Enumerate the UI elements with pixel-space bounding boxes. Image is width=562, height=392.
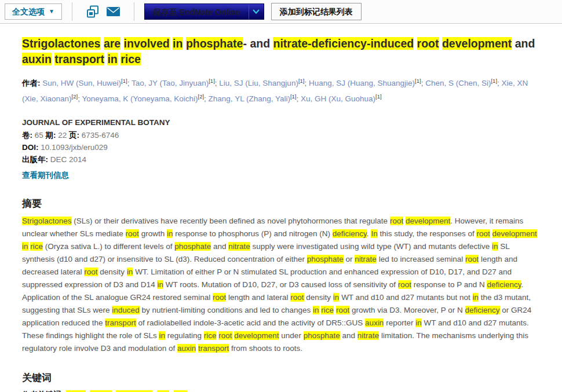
text-segment: [1] bbox=[298, 78, 305, 84]
text-segment: supply were investigated using wild type… bbox=[250, 242, 492, 251]
highlighted-text: root bbox=[213, 293, 226, 302]
authors-label: 作者: bbox=[22, 79, 41, 87]
print-icon[interactable] bbox=[85, 4, 100, 19]
keyword-link[interactable]: Zhang, YL (Zhang, Yali) bbox=[209, 94, 290, 103]
endnote-dropdown-toggle[interactable] bbox=[249, 4, 264, 19]
text-segment: 页: bbox=[69, 131, 82, 140]
text-segment: length and lateral bbox=[226, 293, 290, 302]
text-segment: and bbox=[340, 331, 357, 340]
keyword-link[interactable]: Xu, GH (Xu, Guohua) bbox=[301, 94, 375, 103]
email-icon[interactable] bbox=[106, 4, 121, 19]
text-segment: ; bbox=[127, 79, 132, 87]
highlighted-text: rice bbox=[121, 53, 141, 65]
text-segment: led to increased seminal bbox=[377, 255, 465, 263]
highlighted-text: development bbox=[234, 331, 279, 340]
highlighted-text: involved bbox=[124, 37, 170, 50]
text-segment: under bbox=[279, 331, 304, 340]
text-segment: ; bbox=[297, 94, 301, 103]
highlighted-text: root bbox=[336, 306, 349, 314]
text-segment: of radiolabelled indole-3-acetic acid an… bbox=[136, 318, 365, 327]
text-segment: and bbox=[512, 37, 535, 50]
highlighted-text: phosphate bbox=[304, 331, 340, 340]
highlighted-text: in bbox=[415, 318, 422, 327]
highlighted-text: phosphate bbox=[307, 255, 344, 263]
doi-line: DOI: 10.1093/jxb/eru029 bbox=[22, 143, 543, 152]
text-segment: 10.1093/jxb/eru029 bbox=[41, 143, 108, 152]
text-segment: density bbox=[304, 293, 333, 302]
highlighted-text: in bbox=[127, 268, 133, 276]
text-segment: DEC 2014 bbox=[50, 155, 86, 164]
text-segment: WT roots. Mutation of D10, D27, or D3 ca… bbox=[163, 280, 398, 289]
text-segment: DOI: bbox=[22, 143, 41, 152]
highlighted-text: root bbox=[126, 229, 139, 238]
save-to-endnote-label: 保存至 EndNote Online bbox=[145, 4, 249, 19]
toolbar: 全文选项 ▼ 保存至 EndNote Online 添加到标记结果列表 bbox=[0, 0, 562, 24]
text-segment: (SLs) or their derivatives have recently… bbox=[72, 217, 390, 225]
highlighted-text: phosphate bbox=[186, 37, 243, 50]
text-segment: or bbox=[344, 255, 355, 263]
keywords-heading: 关键词 bbox=[22, 372, 543, 383]
journal-info: JOURNAL OF EXPERIMENTAL BOTANY 卷: 65 期: … bbox=[22, 118, 543, 181]
text-segment: ; bbox=[497, 79, 502, 87]
text-segment: 22 bbox=[58, 131, 69, 140]
highlighted-text: deficiency bbox=[487, 280, 521, 289]
article-title: Strigolactones are involved in phosphate… bbox=[22, 36, 543, 67]
highlighted-text: in bbox=[313, 306, 319, 314]
highlighted-text: Strigolactones bbox=[22, 217, 72, 225]
highlighted-text: transport bbox=[54, 53, 104, 65]
text-segment: (Oryza sativa L.) to different levels of bbox=[43, 242, 174, 251]
save-to-endnote-button[interactable]: 保存至 EndNote Online bbox=[144, 3, 264, 20]
highlighted-text: in bbox=[473, 293, 479, 302]
text-segment: 6735-6746 bbox=[82, 131, 119, 140]
text-segment: [1] bbox=[209, 78, 215, 84]
keyword-link[interactable]: Liu, SJ (Liu, Shangjun) bbox=[219, 79, 298, 87]
abstract-heading: 摘要 bbox=[22, 198, 543, 209]
text-segment: 期: bbox=[46, 131, 59, 140]
highlighted-text: in bbox=[157, 280, 163, 289]
highlighted-text: transport bbox=[105, 318, 136, 327]
highlighted-text: in bbox=[22, 242, 28, 251]
highlighted-text: are bbox=[104, 37, 121, 50]
highlighted-text: nitrate bbox=[228, 242, 250, 251]
highlighted-text: phosphate bbox=[174, 242, 211, 251]
text-segment: growth via D3. Moreover, P or N bbox=[349, 306, 465, 314]
text-segment: ; bbox=[304, 79, 309, 87]
highlighted-text: rice bbox=[204, 331, 217, 340]
highlighted-text: nitrate bbox=[357, 331, 379, 340]
highlighted-text: in bbox=[333, 293, 340, 302]
highlighted-text: nitrate bbox=[355, 255, 377, 263]
text-segment: WT and d10 and d27 mutants but not bbox=[339, 293, 472, 302]
highlighted-text: root bbox=[476, 229, 490, 238]
text-segment: and bbox=[211, 242, 228, 251]
highlighted-text: induced bbox=[112, 306, 139, 314]
text-segment: [1] bbox=[491, 78, 497, 84]
abstract-text: Strigolactones (SLs) or their derivative… bbox=[22, 215, 543, 355]
text-segment: 65 bbox=[35, 131, 46, 140]
highlighted-text: in bbox=[159, 331, 165, 340]
keyword-link[interactable]: Chen, S (Chen, Si) bbox=[425, 79, 491, 87]
text-segment: 卷: bbox=[22, 131, 35, 140]
add-to-marked-list-button[interactable]: 添加到标记结果列表 bbox=[271, 3, 362, 20]
text-segment: from shoots to roots. bbox=[229, 344, 302, 353]
highlighted-text: transport bbox=[198, 344, 229, 353]
text-segment bbox=[121, 37, 123, 50]
highlighted-text: in bbox=[492, 242, 498, 251]
keyword-link[interactable]: Tao, JY (Tao, Jinyuan) bbox=[132, 79, 209, 87]
text-segment bbox=[490, 229, 492, 238]
text-segment: by nutrient-limiting conditions and led … bbox=[140, 306, 313, 314]
text-segment: reporter bbox=[384, 318, 415, 327]
text-segment: [2] bbox=[72, 93, 78, 100]
authors-line: 作者: Sun, HW (Sun, Huwei)[1]; Tao, JY (Ta… bbox=[22, 75, 543, 107]
toolbar-divider bbox=[134, 2, 134, 21]
text-segment: [1] bbox=[121, 78, 127, 84]
text-segment bbox=[414, 37, 417, 50]
volume-issue-pages-line: 卷: 65 期: 22 页: 6735-6746 bbox=[22, 131, 543, 140]
highlighted-text: root bbox=[84, 268, 97, 276]
chevron-down-icon: ▼ bbox=[49, 7, 54, 16]
keyword-link[interactable]: Huang, SJ (Huang, Shuangjie) bbox=[309, 79, 415, 87]
highlighted-text: in bbox=[107, 53, 117, 65]
fulltext-options-button[interactable]: 全文选项 ▼ bbox=[5, 3, 62, 20]
keyword-link[interactable]: Yoneyama, K (Yoneyama, Koichi) bbox=[82, 94, 198, 103]
view-journal-info-link[interactable]: 查看期刊信息 bbox=[22, 170, 69, 181]
keyword-link[interactable]: Sun, HW (Sun, Huwei) bbox=[42, 79, 121, 87]
